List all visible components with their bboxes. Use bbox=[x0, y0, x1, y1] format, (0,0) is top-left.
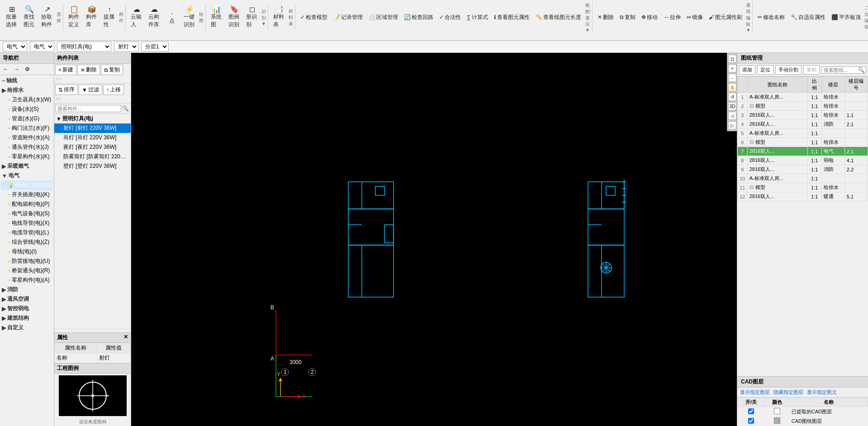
category2-select[interactable]: 电气 bbox=[30, 42, 54, 52]
view-right-btn[interactable]: ▷ bbox=[728, 121, 736, 129]
check-circuit-btn[interactable]: 🔄 检查回路 bbox=[402, 12, 436, 23]
modify-name-btn[interactable]: ✏ 修改名称 bbox=[755, 12, 787, 23]
component-def-btn[interactable]: 📋 构件定义 bbox=[66, 5, 82, 30]
sidebar-item-wire-x[interactable]: ● 电线导管(电)(X) bbox=[1, 218, 53, 228]
drawing-row[interactable]: 12 2816双人... 1:1 暖通 5.1 bbox=[738, 192, 868, 201]
area-manage-btn[interactable]: ⬜ 区域管理 bbox=[366, 12, 400, 23]
cloud-input-btn[interactable]: ☁ 云输入 bbox=[128, 5, 145, 30]
mirror-btn[interactable]: ⇔ 镜像 bbox=[684, 12, 705, 23]
nav-settings-btn[interactable]: ⚙ bbox=[23, 65, 32, 74]
comp-parent-lighting[interactable]: ▼ 照明灯具(电) bbox=[54, 114, 131, 123]
rotate-btn[interactable]: ↺ bbox=[728, 93, 736, 101]
comp-item-wall[interactable]: 壁灯 [壁灯 220V 36W] bbox=[54, 161, 131, 171]
sidebar-item-misc-e[interactable]: ● 零星构件(电)(A) bbox=[1, 275, 53, 285]
copy-component-btn[interactable]: ⧉ 复制 bbox=[101, 65, 123, 75]
layer-toggle[interactable] bbox=[748, 408, 754, 414]
delete-btn[interactable]: ✕ 删除 bbox=[595, 12, 616, 23]
sidebar-item-lighting[interactable]: 💡 照明灯具(电)(D) bbox=[1, 180, 53, 190]
adaptive-btn[interactable]: 🔧 自适应属性 bbox=[788, 12, 828, 23]
category3-select[interactable]: 照明灯具(电) bbox=[57, 42, 111, 52]
comp-panel-hscroll[interactable] bbox=[54, 329, 131, 332]
move-btn[interactable]: ✥ 移动 bbox=[639, 12, 660, 23]
sidebar-item-gas[interactable]: ▶ 采暖燃气 bbox=[1, 161, 53, 171]
locate-btn[interactable]: 定位 bbox=[757, 65, 773, 75]
view-left-btn[interactable]: ◁ bbox=[728, 112, 736, 120]
sidebar-item-busbar-i[interactable]: ● 母线(电)(I) bbox=[1, 247, 53, 256]
drawing-row[interactable]: 7 2816双人... 1:1 电气 2.1 bbox=[738, 147, 868, 156]
align-top-btn[interactable]: ⬛ 平齐板顶 bbox=[829, 12, 863, 23]
drawing-row[interactable]: 9 2816双人... 1:1 消防 2.2 bbox=[738, 165, 868, 174]
extract-attr-btn[interactable]: ↑ 提属性 bbox=[101, 5, 118, 30]
find-element-btn[interactable]: 🔍 查找图元 bbox=[21, 5, 38, 30]
copy-drawing-btn[interactable]: 复制 bbox=[803, 65, 820, 75]
sidebar-item-lightning-u[interactable]: ● 防雷接地(电)(U) bbox=[1, 256, 53, 266]
view-length-btn[interactable]: 📏 查看线图元长度 bbox=[533, 12, 583, 23]
up-btn[interactable]: ↑ 上移 bbox=[103, 85, 124, 95]
one-key-btn[interactable]: ⚡ 一键识别 bbox=[181, 5, 198, 30]
comp-item-night[interactable]: 夜灯 [夜灯 220V 36W] bbox=[54, 142, 131, 152]
sidebar-item-panel[interactable]: ● 配电箱柜(电)(P) bbox=[1, 199, 53, 209]
sidebar-item-custom[interactable]: ▶ 自定义 bbox=[1, 323, 53, 332]
calc-btn[interactable]: ∑ 计算式 bbox=[465, 12, 490, 23]
stretch-btn[interactable]: ↔ 拉伸 bbox=[661, 12, 683, 23]
drawing-row[interactable]: 1 A-标准双人房... 1:1 给排水 bbox=[738, 93, 868, 102]
sidebar-item-equip-e[interactable]: ● 电气设备(电)(S) bbox=[1, 209, 53, 218]
sidebar-item-conduit-z[interactable]: ● 综合管线(电)(Z) bbox=[1, 237, 53, 247]
sidebar-item-electric[interactable]: ▼ 电气 bbox=[1, 171, 53, 180]
prop-expand-btn[interactable]: ✕ bbox=[123, 334, 128, 341]
attr-brush-btn[interactable]: 🖌 图元属性刷 bbox=[707, 12, 745, 23]
sidebar-item-connector[interactable]: ● 通头管件(水)(J) bbox=[1, 142, 53, 152]
sidebar-item-switch[interactable]: ● 开关插座(电)(K) bbox=[1, 190, 53, 199]
drawing-row[interactable]: 2 ⊟ 模型 1:1 给排水 bbox=[738, 102, 868, 111]
drawing-row[interactable]: 5 A-标准双人房... 1:1 bbox=[738, 129, 868, 138]
sidebar-item-fitting[interactable]: ● 管道附件(水)(A) bbox=[1, 133, 53, 142]
zoom-fit-btn[interactable]: ⊡ bbox=[728, 55, 736, 63]
sidebar-item-axisline[interactable]: ━ 轴线 bbox=[1, 76, 53, 85]
system-diagram-btn[interactable]: 📊 系统图 bbox=[209, 5, 225, 30]
comp-item-explosion[interactable]: 防雾筒灯 [防雾筒灯 220V 36W] bbox=[54, 152, 131, 161]
drawing-row[interactable]: 3 2816双人... 1:1 给排水 1.1 bbox=[738, 111, 868, 120]
cloud-lib-btn[interactable]: ☁ 云构件库 bbox=[146, 5, 162, 30]
check-model-btn[interactable]: ✓ 检查模型 bbox=[298, 12, 330, 23]
show-specified-layer-btn[interactable]: 显示指定图层 bbox=[740, 389, 770, 396]
sidebar-item-structure[interactable]: ▶ 建筑结构 bbox=[1, 313, 53, 323]
drawing-row[interactable]: 11 ⊟ 模型 1:1 给排水 bbox=[738, 183, 868, 192]
delete-component-btn[interactable]: ✕ 删除 bbox=[77, 65, 100, 75]
sidebar-item-misc-w[interactable]: ● 零星构件(水)(K) bbox=[1, 152, 53, 161]
drawing-search-input[interactable] bbox=[822, 67, 858, 73]
prop-value-cell[interactable]: 射灯 bbox=[97, 353, 130, 363]
copy-btn[interactable]: ⧉ 复制 bbox=[617, 12, 638, 23]
component-lib-btn[interactable]: 📦 构件库 bbox=[84, 5, 100, 30]
sidebar-item-sanitary[interactable]: ● 卫生器具(水)(W) bbox=[1, 95, 53, 104]
zoom-out-btn[interactable]: - bbox=[728, 74, 736, 82]
point-btn[interactable]: · 点 bbox=[164, 9, 180, 26]
hide-specified-layer-btn[interactable]: 隐藏指定图层 bbox=[773, 389, 803, 396]
sidebar-item-fire[interactable]: ▶ 消防 bbox=[1, 285, 53, 294]
sidebar-item-equipment-w[interactable]: ● 设备(水)(S) bbox=[1, 104, 53, 114]
drawing-row[interactable]: 10 A-标准双人房... 1:1 bbox=[738, 174, 868, 183]
category4-select[interactable]: 射灯 bbox=[114, 42, 138, 52]
sort-btn[interactable]: ⇅ 排序 bbox=[55, 85, 78, 95]
cad-onoff-cell[interactable] bbox=[738, 417, 765, 426]
drawing-row[interactable]: 4 2816双人... 1:1 消防 2.1 bbox=[738, 120, 868, 129]
view-attr-btn[interactable]: ℹ 查看图元属性 bbox=[492, 12, 532, 23]
nav-back-btn[interactable]: ← bbox=[1, 65, 11, 74]
sidebar-item-hvac[interactable]: ▶ 通风空调 bbox=[1, 294, 53, 304]
sidebar-item-smart[interactable]: ▶ 智控弱电 bbox=[1, 304, 53, 313]
material-table-btn[interactable]: 📑 材料表 bbox=[271, 5, 287, 30]
layer-select[interactable]: 分层1 bbox=[141, 42, 169, 52]
zoom-in-btn[interactable]: + bbox=[728, 64, 736, 72]
sidebar-item-pipe-w[interactable]: ● 管道(水)(G) bbox=[1, 114, 53, 123]
drawing-row[interactable]: 8 2816双人... 1:1 弱电 4.1 bbox=[738, 156, 868, 165]
new-component-btn[interactable]: + 新建 bbox=[55, 65, 76, 75]
shape-identify-btn[interactable]: ◻ 形识别 bbox=[244, 5, 260, 30]
component-search-input[interactable] bbox=[55, 105, 121, 112]
canvas-area[interactable]: B A 3000 1 2 Y X bbox=[131, 53, 737, 426]
nav-forward-btn[interactable]: → bbox=[12, 65, 22, 74]
validity-btn[interactable]: ✓ 合法性 bbox=[437, 12, 463, 23]
sidebar-item-tray-r[interactable]: ● 桥架通头(电)(R) bbox=[1, 266, 53, 275]
batch-select-btn[interactable]: ⊞ 批量选择 bbox=[4, 5, 20, 30]
filter-btn[interactable]: ▼ 过滤 bbox=[79, 85, 102, 95]
legend-identify-btn[interactable]: 🔖 图例识别 bbox=[226, 5, 242, 30]
sidebar-item-drainage[interactable]: ▶ 给排水 bbox=[1, 85, 53, 95]
